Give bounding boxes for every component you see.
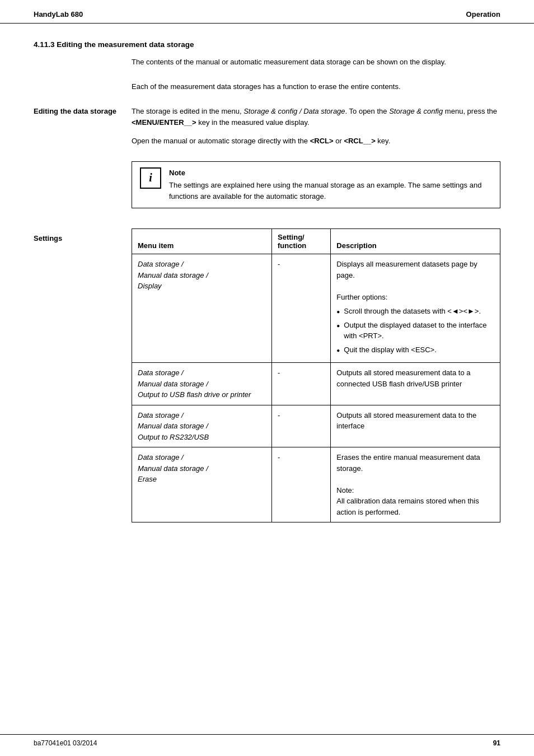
menu-item-erase: Data storage /Manual data storage /Erase [132,447,272,522]
setting-usb: - [272,363,331,405]
desc-erase-note: Note:All calibration data remains stored… [336,486,479,516]
settings-table: Menu item Setting/function Description D… [132,228,500,522]
menu-item-rs232: Data storage /Manual data storage /Outpu… [132,405,272,447]
desc-display-text: Displays all measurement datasets page b… [336,260,477,279]
col-header-description: Description [331,229,500,254]
page: HandyLab 680 Operation 4.11.3 Editing th… [0,0,534,756]
editing-para1-text3: menu, press the [443,107,497,115]
para1-row: The contents of the manual or automatic … [34,57,500,74]
editing-para2-text2: or [334,137,344,145]
setting-display: - [272,254,331,363]
main-content: 4.11.3 Editing the measurement data stor… [0,40,534,567]
table-header-row: Menu item Setting/function Description [132,229,500,254]
editing-content: The storage is edited in the menu, Stora… [132,106,500,153]
footer-left: ba77041e01 03/2014 [34,739,97,747]
editing-para2: Open the manual or automatic storage dir… [132,136,500,147]
header-right: Operation [466,10,500,18]
editing-para1-bold: <MENU/ENTER__> [132,118,196,127]
editing-para1-text1: The storage is edited in the menu, [132,107,243,115]
editing-para1-text2: . To open the [345,107,390,115]
bullet-output: Output the displayed dataset to the inte… [336,320,494,342]
setting-rs232: - [272,405,331,447]
desc-erase: Erases the entire manual measurement dat… [331,447,500,522]
desc-erase-text: Erases the entire manual measurement dat… [336,453,480,473]
para1-text: The contents of the manual or automatic … [132,57,500,68]
desc-display: Displays all measurement datasets page b… [331,254,500,363]
table-row: Data storage /Manual data storage /Outpu… [132,363,500,405]
settings-table-wrapper: Menu item Setting/function Description D… [132,228,500,522]
table-row: Data storage /Manual data storage /Erase… [132,447,500,522]
header: HandyLab 680 Operation [0,0,534,24]
col-header-menu: Menu item [132,229,272,254]
para2-row: Each of the measurement data storages ha… [34,81,500,99]
editing-para1: The storage is edited in the menu, Stora… [132,106,500,128]
footer: ba77041e01 03/2014 91 [0,734,534,756]
desc-display-bullets: Scroll through the datasets with <◄><►>.… [336,306,494,355]
editing-para2-bold1: <RCL> [310,137,334,145]
settings-label: Settings [34,228,132,522]
note-title: Note [169,167,492,179]
menu-item-display: Data storage /Manual data storage /Displ… [132,254,272,363]
settings-section: Settings Menu item Setting/function Desc… [34,228,500,522]
info-icon: i [140,167,161,189]
bullet-quit: Quit the display with <ESC>. [336,344,494,356]
table-row: Data storage /Manual data storage /Outpu… [132,405,500,447]
col-header-setting: Setting/function [272,229,331,254]
header-left: HandyLab 680 [34,10,83,18]
note-box: i Note The settings are explained here u… [132,161,500,208]
footer-page-number: 91 [493,739,500,747]
para2-text: Each of the measurement data storages ha… [132,81,500,92]
para1-label [34,57,132,74]
bullet-scroll: Scroll through the datasets with <◄><►>. [336,306,494,317]
editing-para2-bold2: <RCL__> [344,137,375,145]
note-content: Note The settings are explained here usi… [169,167,492,202]
editing-para1-text4: key in the measured value display. [196,118,310,127]
section-heading: 4.11.3 Editing the measurement data stor… [34,40,500,49]
menu-item-usb: Data storage /Manual data storage /Outpu… [132,363,272,405]
editing-label: Editing the data storage [34,106,132,153]
note-row: i Note The settings are explained here u… [34,159,500,222]
note-spacer [34,159,132,222]
editing-row: Editing the data storage The storage is … [34,106,500,153]
desc-display-further: Further options: [336,293,387,301]
desc-rs232: Outputs all stored measurement data to t… [331,405,500,447]
editing-para2-text1: Open the manual or automatic storage dir… [132,137,310,145]
note-text: The settings are explained here using th… [169,181,481,200]
editing-para1-italic2: Storage & config [389,107,443,115]
editing-para2-text3: key. [376,137,391,145]
editing-para1-italic: Storage & config / Data storage [243,107,345,115]
note-wrapper: i Note The settings are explained here u… [132,159,500,222]
desc-usb: Outputs all stored measurement data to a… [331,363,500,405]
para2-label [34,81,132,99]
setting-erase: - [272,447,331,522]
table-row: Data storage /Manual data storage /Displ… [132,254,500,363]
